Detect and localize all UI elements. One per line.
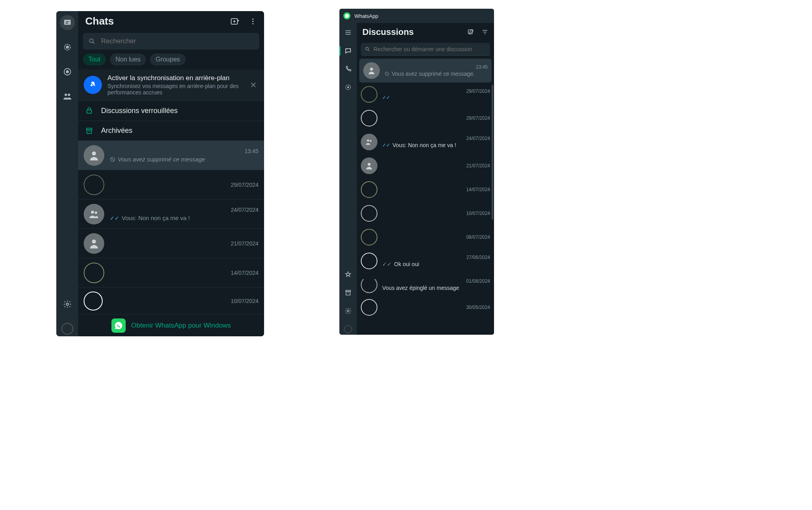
svg-rect-0 bbox=[64, 20, 71, 25]
footer-text: Obtenir WhatsApp pour Windows bbox=[131, 322, 231, 330]
svg-point-6 bbox=[68, 94, 70, 96]
avatar bbox=[84, 263, 104, 283]
chat-row[interactable]: 29/07/2024 bbox=[357, 106, 494, 130]
svg-point-16 bbox=[92, 151, 96, 155]
window-titlebar: WhatsApp bbox=[339, 9, 494, 23]
chat-time: 30/05/2024 bbox=[466, 305, 490, 310]
chat-row[interactable]: 21/07/2024 bbox=[78, 228, 264, 258]
chat-list[interactable]: 13:45 Vous avez supprimé ce message. 29/… bbox=[357, 59, 494, 335]
chat-preview: Vous avez supprimé ce message bbox=[118, 156, 205, 163]
search-bar[interactable] bbox=[361, 43, 490, 56]
svg-rect-13 bbox=[87, 110, 92, 113]
read-ticks-icon: ✓✓ bbox=[110, 215, 119, 221]
whatsapp-logo-icon bbox=[343, 12, 350, 19]
filter-unread[interactable]: Non lues bbox=[110, 54, 146, 65]
chat-list-header: Chats bbox=[78, 11, 264, 30]
sync-banner[interactable]: Activer la synchronisation en arrière-pl… bbox=[78, 69, 264, 100]
channels-icon[interactable] bbox=[60, 64, 75, 79]
archived-label: Archivées bbox=[101, 127, 132, 135]
banner-close-icon[interactable] bbox=[248, 80, 259, 90]
whatsapp-web-panel: Chats Tout Non lues Groupes bbox=[56, 11, 264, 336]
chat-time: 13:45 bbox=[476, 64, 488, 70]
chat-row[interactable]: 21/07/2024 bbox=[357, 154, 494, 178]
star-icon[interactable] bbox=[343, 269, 354, 280]
archive-icon[interactable] bbox=[343, 287, 354, 298]
chat-preview: Vous avez épinglé un message bbox=[382, 285, 459, 291]
locked-chats-row[interactable]: Discussions verrouillées bbox=[78, 100, 264, 121]
window-title: WhatsApp bbox=[354, 13, 378, 19]
svg-point-20 bbox=[92, 240, 96, 243]
filter-groups[interactable]: Groupes bbox=[150, 54, 185, 65]
read-ticks-icon: ✓✓ bbox=[382, 95, 390, 100]
settings-icon[interactable] bbox=[343, 305, 354, 316]
svg-point-28 bbox=[370, 68, 373, 71]
status-icon[interactable] bbox=[343, 82, 354, 93]
left-nav-rail bbox=[56, 11, 78, 336]
bell-slash-icon bbox=[84, 76, 102, 94]
chat-list[interactable]: 13:45 Vous avez supprimé ce message 29/0… bbox=[78, 140, 264, 336]
calls-icon[interactable] bbox=[343, 63, 354, 75]
search-input[interactable] bbox=[373, 46, 486, 52]
svg-point-5 bbox=[65, 94, 67, 96]
hamburger-icon[interactable] bbox=[343, 27, 354, 38]
chat-row[interactable]: 29/07/2024✓✓ bbox=[357, 82, 494, 106]
avatar bbox=[361, 299, 377, 316]
chat-row[interactable]: 13:45 Vous avez supprimé ce message bbox=[78, 140, 264, 170]
avatar bbox=[84, 174, 104, 195]
avatar bbox=[361, 205, 377, 222]
avatar bbox=[361, 253, 377, 269]
page-title: Chats bbox=[85, 15, 114, 27]
chat-time: 10/07/2024 bbox=[231, 298, 259, 304]
search-input[interactable] bbox=[101, 37, 254, 45]
filter-all[interactable]: Tout bbox=[83, 54, 106, 65]
chat-row[interactable]: 01/08/2024Vous avez épinglé un message bbox=[357, 273, 494, 297]
blocked-icon bbox=[385, 71, 389, 76]
chat-row[interactable]: 13:45 Vous avez supprimé ce message. bbox=[359, 59, 492, 82]
filter-icon[interactable] bbox=[481, 29, 488, 36]
locked-label: Discussions verrouillées bbox=[101, 107, 178, 115]
search-bar[interactable] bbox=[83, 33, 259, 50]
chat-row[interactable]: 14/07/2024 bbox=[78, 258, 264, 287]
chat-time: 13:45 bbox=[245, 148, 259, 154]
new-chat-icon[interactable] bbox=[467, 29, 474, 36]
profile-avatar-icon[interactable] bbox=[60, 321, 75, 336]
scrollbar[interactable] bbox=[492, 85, 493, 220]
archived-chats-row[interactable]: Archivées bbox=[78, 121, 264, 140]
chats-icon[interactable] bbox=[343, 45, 354, 56]
chat-time: 29/07/2024 bbox=[231, 182, 259, 188]
settings-icon[interactable] bbox=[60, 297, 75, 312]
chat-row[interactable]: 29/07/2024 bbox=[78, 170, 264, 199]
chat-time: 01/08/2024 bbox=[466, 278, 490, 284]
svg-point-31 bbox=[370, 140, 372, 142]
status-icon[interactable] bbox=[60, 40, 75, 55]
chat-row[interactable]: 24/07/2024✓✓Vous: Non non ça me va ! bbox=[357, 130, 494, 154]
svg-point-32 bbox=[368, 163, 370, 166]
communities-icon[interactable] bbox=[60, 89, 75, 104]
group-avatar bbox=[84, 204, 104, 224]
avatar bbox=[84, 233, 104, 254]
profile-avatar-icon[interactable] bbox=[343, 324, 354, 335]
chat-time: 08/07/2024 bbox=[466, 234, 490, 240]
menu-icon[interactable] bbox=[249, 17, 257, 25]
chat-row[interactable]: 08/07/2024 bbox=[357, 225, 494, 249]
svg-point-18 bbox=[91, 211, 94, 214]
svg-point-25 bbox=[347, 310, 349, 312]
chat-row[interactable]: 24/07/2024 ✓✓Vous: Non non ça me va ! bbox=[78, 199, 264, 228]
banner-subtitle: Synchronisez vos messages en arrière-pla… bbox=[107, 83, 243, 96]
new-chat-icon[interactable] bbox=[230, 17, 239, 26]
whatsapp-logo-icon bbox=[111, 318, 126, 333]
svg-point-11 bbox=[252, 23, 253, 24]
chat-row[interactable]: 27/06/2024✓✓Ok oui oui bbox=[357, 249, 494, 273]
chat-row[interactable]: 10/07/2024 bbox=[357, 201, 494, 225]
chat-list-header: Discussions bbox=[357, 23, 494, 41]
chat-time: 24/07/2024 bbox=[466, 136, 490, 141]
right-nav-rail bbox=[339, 23, 357, 335]
get-windows-banner[interactable]: Obtenir WhatsApp pour Windows bbox=[78, 314, 264, 336]
avatar bbox=[361, 276, 377, 293]
group-avatar bbox=[361, 134, 377, 150]
svg-point-30 bbox=[367, 140, 370, 142]
chat-row[interactable]: 30/05/2024 bbox=[357, 297, 494, 318]
chats-icon[interactable] bbox=[60, 15, 75, 30]
chat-row[interactable]: 14/07/2024 bbox=[357, 178, 494, 201]
chat-row[interactable]: 10/07/2024 bbox=[78, 287, 264, 314]
